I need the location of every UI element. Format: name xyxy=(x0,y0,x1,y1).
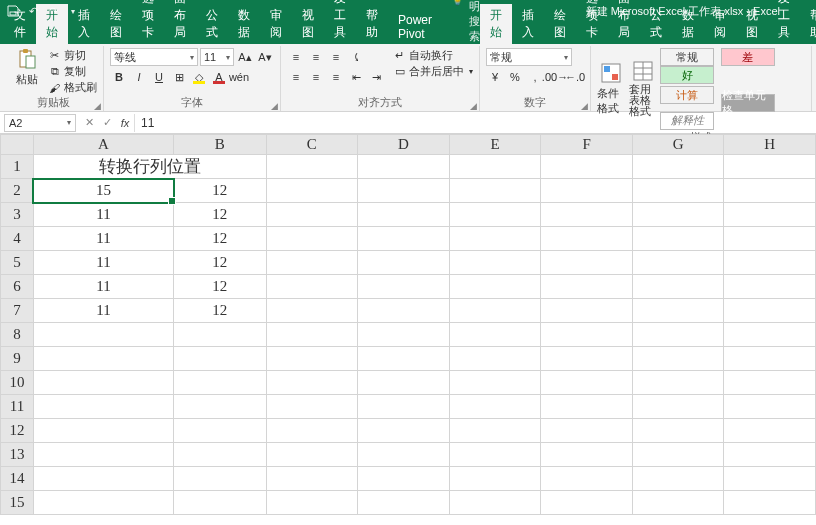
cell-H14[interactable] xyxy=(724,467,816,491)
cell-E9[interactable] xyxy=(449,347,541,371)
cell-B14[interactable] xyxy=(174,467,267,491)
col-header-C[interactable]: C xyxy=(266,135,358,155)
indent-increase-icon[interactable]: ⇥ xyxy=(367,68,385,86)
cell-D3[interactable] xyxy=(358,203,450,227)
cell-D1[interactable] xyxy=(358,155,450,179)
phonetic-icon[interactable]: wén xyxy=(230,68,248,86)
cell-C5[interactable] xyxy=(266,251,358,275)
cell-A13[interactable] xyxy=(33,443,173,467)
cell-G3[interactable] xyxy=(632,203,724,227)
cell-G7[interactable] xyxy=(632,299,724,323)
cell-H8[interactable] xyxy=(724,323,816,347)
indent-decrease-icon[interactable]: ⇤ xyxy=(347,68,365,86)
style-normal[interactable]: 常规 xyxy=(660,48,714,66)
cell-B6[interactable]: 12 xyxy=(174,275,267,299)
row-header-8[interactable]: 8 xyxy=(1,323,34,347)
cell-G6[interactable] xyxy=(632,275,724,299)
copy-button[interactable]: ⧉复制 xyxy=(48,64,97,79)
col-header-G[interactable]: G xyxy=(632,135,724,155)
cell-F2[interactable] xyxy=(541,179,633,203)
cell-B8[interactable] xyxy=(174,323,267,347)
cell-D5[interactable] xyxy=(358,251,450,275)
col-header-A[interactable]: A xyxy=(33,135,173,155)
cell-F15[interactable] xyxy=(541,491,633,515)
dialog-launcher-icon[interactable]: ◢ xyxy=(581,101,588,111)
cell-A9[interactable] xyxy=(33,347,173,371)
cell-H5[interactable] xyxy=(724,251,816,275)
cell-D8[interactable] xyxy=(358,323,450,347)
row-header-3[interactable]: 3 xyxy=(1,203,34,227)
name-box[interactable]: A2▾ xyxy=(4,114,76,132)
cell-E1[interactable] xyxy=(449,155,541,179)
worksheet-grid[interactable]: ABCDEFGH1转换行列位置2151231112411125111261112… xyxy=(0,134,816,525)
shrink-font-icon[interactable]: A▾ xyxy=(256,48,274,66)
cell-E15[interactable] xyxy=(449,491,541,515)
save-icon[interactable] xyxy=(6,4,20,18)
cell-C13[interactable] xyxy=(266,443,358,467)
cell-G15[interactable] xyxy=(632,491,724,515)
cell-A12[interactable] xyxy=(33,419,173,443)
cell-E7[interactable] xyxy=(449,299,541,323)
cell-E3[interactable] xyxy=(449,203,541,227)
cell-E11[interactable] xyxy=(449,395,541,419)
bold-icon[interactable]: B xyxy=(110,68,128,86)
align-top-icon[interactable]: ≡ xyxy=(287,48,305,66)
cell-F13[interactable] xyxy=(541,443,633,467)
format-painter-button[interactable]: 🖌格式刷 xyxy=(48,80,97,95)
cell-F5[interactable] xyxy=(541,251,633,275)
cell-D12[interactable] xyxy=(358,419,450,443)
cell-B9[interactable] xyxy=(174,347,267,371)
cell-A8[interactable] xyxy=(33,323,173,347)
cell-H2[interactable] xyxy=(724,179,816,203)
row-header-10[interactable]: 10 xyxy=(1,371,34,395)
cell-H10[interactable] xyxy=(724,371,816,395)
cell-B15[interactable] xyxy=(174,491,267,515)
cut-button[interactable]: ✂剪切 xyxy=(48,48,97,63)
fx-icon[interactable]: fx xyxy=(116,117,134,129)
cell-E14[interactable] xyxy=(449,467,541,491)
cell-F4[interactable] xyxy=(541,227,633,251)
cell-E4[interactable] xyxy=(449,227,541,251)
font-name-combo[interactable]: 等线▾ xyxy=(110,48,198,66)
cell-F9[interactable] xyxy=(541,347,633,371)
border-icon[interactable]: ⊞ xyxy=(170,68,188,86)
cell-H6[interactable] xyxy=(724,275,816,299)
row-header-1[interactable]: 1 xyxy=(1,155,34,179)
paste-button[interactable]: 粘贴 xyxy=(10,48,44,87)
cell-G4[interactable] xyxy=(632,227,724,251)
col-header-E[interactable]: E xyxy=(449,135,541,155)
row-header-9[interactable]: 9 xyxy=(1,347,34,371)
cell-F12[interactable] xyxy=(541,419,633,443)
italic-icon[interactable]: I xyxy=(130,68,148,86)
align-center-icon[interactable]: ≡ xyxy=(307,68,325,86)
cell-B10[interactable] xyxy=(174,371,267,395)
align-left-icon[interactable]: ≡ xyxy=(287,68,305,86)
cell-C2[interactable] xyxy=(266,179,358,203)
cell-E2[interactable] xyxy=(449,179,541,203)
cell-C8[interactable] xyxy=(266,323,358,347)
cell-B13[interactable] xyxy=(174,443,267,467)
cell-G8[interactable] xyxy=(632,323,724,347)
cell-A6[interactable]: 11 xyxy=(33,275,173,299)
cell-D11[interactable] xyxy=(358,395,450,419)
cell-E8[interactable] xyxy=(449,323,541,347)
underline-icon[interactable]: U xyxy=(150,68,168,86)
row-header-12[interactable]: 12 xyxy=(1,419,34,443)
cell-D4[interactable] xyxy=(358,227,450,251)
style-calc[interactable]: 计算 xyxy=(660,86,714,104)
cell-A3[interactable]: 11 xyxy=(33,203,173,227)
cell-H4[interactable] xyxy=(724,227,816,251)
cell-C11[interactable] xyxy=(266,395,358,419)
cell-C15[interactable] xyxy=(266,491,358,515)
cell-D14[interactable] xyxy=(358,467,450,491)
cell-B7[interactable]: 12 xyxy=(174,299,267,323)
number-format-combo[interactable]: 常规▾ xyxy=(486,48,572,66)
cell-F3[interactable] xyxy=(541,203,633,227)
cell-E5[interactable] xyxy=(449,251,541,275)
col-header-B[interactable]: B xyxy=(174,135,267,155)
row-header-15[interactable]: 15 xyxy=(1,491,34,515)
row-header-4[interactable]: 4 xyxy=(1,227,34,251)
cell-D15[interactable] xyxy=(358,491,450,515)
decrease-decimal-icon[interactable]: ←.0 xyxy=(566,68,584,86)
enter-icon[interactable]: ✓ xyxy=(98,116,116,129)
